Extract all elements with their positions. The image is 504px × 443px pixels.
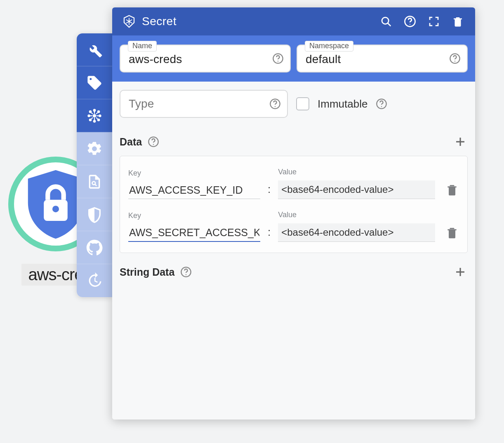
- panel-header: Secret: [112, 7, 475, 35]
- svg-point-20: [382, 17, 389, 24]
- value-input[interactable]: [278, 223, 435, 242]
- kv-separator: :: [268, 183, 271, 199]
- tags-icon: [86, 75, 103, 91]
- type-field-placeholder: Type: [129, 97, 266, 110]
- namespace-field[interactable]: Namespace default: [297, 45, 468, 73]
- add-data-row-button[interactable]: [453, 134, 468, 149]
- immutable-help-button[interactable]: [376, 98, 387, 110]
- type-row: Type Immutable: [120, 82, 468, 130]
- sidebar-item-shield[interactable]: [77, 198, 112, 231]
- type-help-button[interactable]: [269, 98, 281, 110]
- svg-point-29: [275, 106, 276, 107]
- sidebar-item-gear[interactable]: [77, 132, 112, 165]
- help-icon: [148, 136, 159, 148]
- svg-point-6: [99, 114, 101, 117]
- namespace-field-value: default: [306, 53, 445, 66]
- svg-point-33: [153, 144, 154, 145]
- namespace-help-button[interactable]: [449, 52, 461, 65]
- key-input[interactable]: [128, 182, 260, 199]
- panel-title: Secret: [142, 15, 370, 28]
- github-icon: [86, 239, 103, 256]
- value-label: Value: [278, 211, 435, 219]
- immutable-label: Immutable: [318, 98, 367, 110]
- plus-icon: [454, 136, 466, 148]
- expand-icon: [428, 15, 440, 28]
- history-icon: [86, 272, 103, 289]
- svg-line-15: [129, 20, 132, 21]
- panel-body: Type Immutable Data: [112, 82, 475, 420]
- add-stringdata-row-button[interactable]: [453, 265, 468, 279]
- help-button[interactable]: [403, 14, 417, 29]
- svg-point-1: [52, 206, 59, 212]
- stringdata-section-header: String Data: [120, 253, 468, 286]
- editor-sidebar: [77, 33, 112, 297]
- svg-point-7: [89, 110, 92, 113]
- search-icon: [380, 15, 392, 28]
- svg-line-12: [95, 184, 97, 185]
- help-icon: [376, 98, 387, 110]
- data-section-title: Data: [120, 136, 142, 148]
- secret-editor-panel: Secret Name aws-creds Namespace default: [112, 7, 475, 420]
- name-field-label: Name: [128, 41, 157, 52]
- data-help-button[interactable]: [148, 136, 159, 148]
- data-row: Key : Value: [128, 159, 459, 202]
- help-icon: [449, 53, 461, 64]
- sidebar-item-tags[interactable]: [77, 66, 112, 99]
- trash-icon: [445, 182, 459, 198]
- name-help-button[interactable]: [272, 52, 284, 65]
- search-button[interactable]: [379, 14, 393, 29]
- data-row: Key : Value: [128, 202, 459, 245]
- svg-point-8: [97, 110, 100, 113]
- value-label: Value: [278, 168, 435, 176]
- svg-point-11: [92, 181, 96, 185]
- delete-row-button[interactable]: [445, 225, 459, 241]
- trash-icon: [452, 15, 464, 28]
- immutable-checkbox[interactable]: [296, 97, 309, 110]
- svg-line-18: [126, 21, 129, 23]
- file-search-icon: [86, 173, 103, 190]
- plus-icon: [454, 266, 466, 278]
- wrench-icon: [86, 42, 103, 58]
- help-icon: [404, 15, 416, 28]
- key-input[interactable]: [128, 224, 260, 242]
- svg-point-2: [93, 114, 96, 117]
- svg-point-9: [89, 118, 92, 121]
- namespace-field-label: Namespace: [305, 41, 353, 52]
- name-field[interactable]: Name aws-creds: [120, 45, 291, 73]
- sidebar-item-graph[interactable]: [77, 99, 112, 132]
- trash-icon: [445, 225, 459, 241]
- svg-point-10: [97, 118, 100, 121]
- type-field[interactable]: Type: [120, 90, 288, 118]
- help-icon: [269, 98, 281, 110]
- sidebar-item-file-search[interactable]: [77, 165, 112, 198]
- svg-point-25: [278, 61, 278, 61]
- svg-point-31: [381, 106, 382, 107]
- svg-point-3: [93, 109, 96, 112]
- svg-line-16: [129, 21, 132, 23]
- svg-line-19: [126, 20, 129, 21]
- identity-band: Name aws-creds Namespace default: [112, 35, 475, 82]
- svg-point-4: [93, 120, 96, 123]
- sidebar-item-wrench[interactable]: [77, 33, 112, 66]
- data-section-header: Data: [120, 130, 468, 156]
- sidebar-item-history[interactable]: [77, 264, 112, 297]
- delete-button[interactable]: [450, 14, 465, 29]
- svg-point-5: [87, 114, 90, 117]
- sidebar-item-github[interactable]: [77, 231, 112, 264]
- help-icon: [272, 53, 284, 64]
- svg-point-27: [455, 61, 455, 61]
- shield-icon: [86, 206, 103, 223]
- key-label: Key: [128, 211, 260, 220]
- fullscreen-button[interactable]: [426, 14, 441, 29]
- stringdata-section-title: String Data: [120, 266, 174, 278]
- key-label: Key: [128, 169, 260, 178]
- data-rows-container: Key : Value Key : Value: [120, 156, 468, 253]
- delete-row-button[interactable]: [445, 182, 459, 198]
- svg-line-21: [388, 23, 391, 26]
- kubernetes-icon: [122, 14, 136, 28]
- stringdata-help-button[interactable]: [180, 266, 192, 278]
- value-input[interactable]: [278, 180, 435, 199]
- graph-icon: [86, 108, 103, 124]
- svg-point-37: [186, 274, 186, 275]
- svg-point-23: [410, 24, 410, 25]
